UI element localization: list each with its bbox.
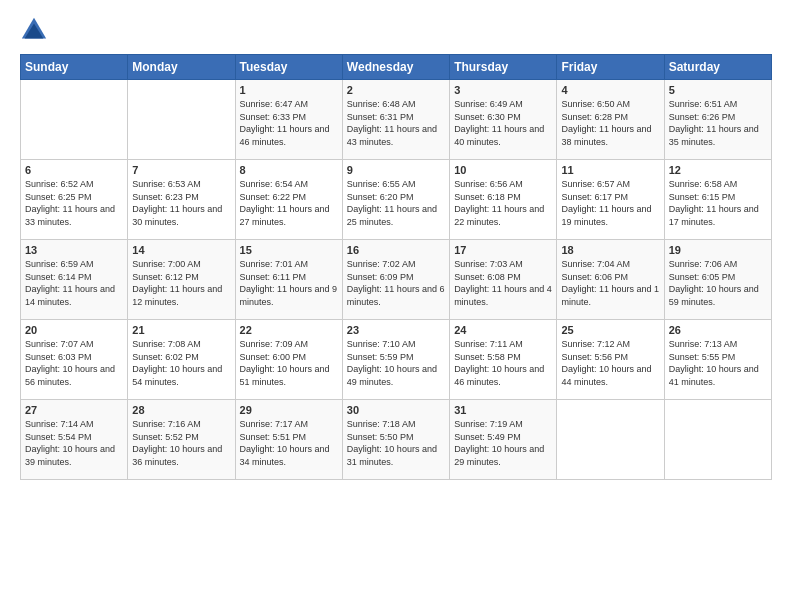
day-cell bbox=[664, 400, 771, 480]
week-row-3: 13Sunrise: 6:59 AM Sunset: 6:14 PM Dayli… bbox=[21, 240, 772, 320]
day-cell: 12Sunrise: 6:58 AM Sunset: 6:15 PM Dayli… bbox=[664, 160, 771, 240]
week-row-4: 20Sunrise: 7:07 AM Sunset: 6:03 PM Dayli… bbox=[21, 320, 772, 400]
day-number: 30 bbox=[347, 404, 445, 416]
day-number: 19 bbox=[669, 244, 767, 256]
day-number: 4 bbox=[561, 84, 659, 96]
day-info: Sunrise: 6:50 AM Sunset: 6:28 PM Dayligh… bbox=[561, 98, 659, 148]
day-info: Sunrise: 6:58 AM Sunset: 6:15 PM Dayligh… bbox=[669, 178, 767, 228]
header-cell-tuesday: Tuesday bbox=[235, 55, 342, 80]
day-cell: 31Sunrise: 7:19 AM Sunset: 5:49 PM Dayli… bbox=[450, 400, 557, 480]
day-cell bbox=[128, 80, 235, 160]
calendar-header: SundayMondayTuesdayWednesdayThursdayFrid… bbox=[21, 55, 772, 80]
day-cell: 19Sunrise: 7:06 AM Sunset: 6:05 PM Dayli… bbox=[664, 240, 771, 320]
header-cell-monday: Monday bbox=[128, 55, 235, 80]
day-info: Sunrise: 7:14 AM Sunset: 5:54 PM Dayligh… bbox=[25, 418, 123, 468]
day-number: 31 bbox=[454, 404, 552, 416]
day-info: Sunrise: 7:12 AM Sunset: 5:56 PM Dayligh… bbox=[561, 338, 659, 388]
day-cell: 10Sunrise: 6:56 AM Sunset: 6:18 PM Dayli… bbox=[450, 160, 557, 240]
day-number: 27 bbox=[25, 404, 123, 416]
day-cell: 24Sunrise: 7:11 AM Sunset: 5:58 PM Dayli… bbox=[450, 320, 557, 400]
day-cell: 11Sunrise: 6:57 AM Sunset: 6:17 PM Dayli… bbox=[557, 160, 664, 240]
logo-area bbox=[20, 16, 52, 44]
day-info: Sunrise: 6:49 AM Sunset: 6:30 PM Dayligh… bbox=[454, 98, 552, 148]
day-info: Sunrise: 6:53 AM Sunset: 6:23 PM Dayligh… bbox=[132, 178, 230, 228]
day-number: 10 bbox=[454, 164, 552, 176]
header-cell-friday: Friday bbox=[557, 55, 664, 80]
day-cell: 5Sunrise: 6:51 AM Sunset: 6:26 PM Daylig… bbox=[664, 80, 771, 160]
day-cell: 8Sunrise: 6:54 AM Sunset: 6:22 PM Daylig… bbox=[235, 160, 342, 240]
day-info: Sunrise: 7:00 AM Sunset: 6:12 PM Dayligh… bbox=[132, 258, 230, 308]
day-info: Sunrise: 7:04 AM Sunset: 6:06 PM Dayligh… bbox=[561, 258, 659, 308]
day-cell: 21Sunrise: 7:08 AM Sunset: 6:02 PM Dayli… bbox=[128, 320, 235, 400]
logo-icon bbox=[20, 16, 48, 44]
day-number: 8 bbox=[240, 164, 338, 176]
day-info: Sunrise: 6:54 AM Sunset: 6:22 PM Dayligh… bbox=[240, 178, 338, 228]
day-info: Sunrise: 6:55 AM Sunset: 6:20 PM Dayligh… bbox=[347, 178, 445, 228]
day-cell: 7Sunrise: 6:53 AM Sunset: 6:23 PM Daylig… bbox=[128, 160, 235, 240]
day-number: 9 bbox=[347, 164, 445, 176]
day-number: 20 bbox=[25, 324, 123, 336]
day-number: 18 bbox=[561, 244, 659, 256]
day-cell: 29Sunrise: 7:17 AM Sunset: 5:51 PM Dayli… bbox=[235, 400, 342, 480]
day-info: Sunrise: 7:18 AM Sunset: 5:50 PM Dayligh… bbox=[347, 418, 445, 468]
day-cell: 26Sunrise: 7:13 AM Sunset: 5:55 PM Dayli… bbox=[664, 320, 771, 400]
day-cell: 30Sunrise: 7:18 AM Sunset: 5:50 PM Dayli… bbox=[342, 400, 449, 480]
day-number: 12 bbox=[669, 164, 767, 176]
header-cell-saturday: Saturday bbox=[664, 55, 771, 80]
day-number: 28 bbox=[132, 404, 230, 416]
day-info: Sunrise: 7:17 AM Sunset: 5:51 PM Dayligh… bbox=[240, 418, 338, 468]
day-cell: 2Sunrise: 6:48 AM Sunset: 6:31 PM Daylig… bbox=[342, 80, 449, 160]
day-cell: 23Sunrise: 7:10 AM Sunset: 5:59 PM Dayli… bbox=[342, 320, 449, 400]
day-number: 14 bbox=[132, 244, 230, 256]
day-info: Sunrise: 7:06 AM Sunset: 6:05 PM Dayligh… bbox=[669, 258, 767, 308]
day-number: 6 bbox=[25, 164, 123, 176]
day-info: Sunrise: 7:01 AM Sunset: 6:11 PM Dayligh… bbox=[240, 258, 338, 308]
day-cell: 13Sunrise: 6:59 AM Sunset: 6:14 PM Dayli… bbox=[21, 240, 128, 320]
header-cell-sunday: Sunday bbox=[21, 55, 128, 80]
day-cell: 27Sunrise: 7:14 AM Sunset: 5:54 PM Dayli… bbox=[21, 400, 128, 480]
day-cell bbox=[557, 400, 664, 480]
day-number: 15 bbox=[240, 244, 338, 256]
day-cell: 18Sunrise: 7:04 AM Sunset: 6:06 PM Dayli… bbox=[557, 240, 664, 320]
day-info: Sunrise: 7:07 AM Sunset: 6:03 PM Dayligh… bbox=[25, 338, 123, 388]
day-cell: 4Sunrise: 6:50 AM Sunset: 6:28 PM Daylig… bbox=[557, 80, 664, 160]
day-info: Sunrise: 6:52 AM Sunset: 6:25 PM Dayligh… bbox=[25, 178, 123, 228]
day-number: 13 bbox=[25, 244, 123, 256]
day-info: Sunrise: 7:08 AM Sunset: 6:02 PM Dayligh… bbox=[132, 338, 230, 388]
day-info: Sunrise: 6:51 AM Sunset: 6:26 PM Dayligh… bbox=[669, 98, 767, 148]
day-number: 16 bbox=[347, 244, 445, 256]
day-number: 17 bbox=[454, 244, 552, 256]
day-number: 1 bbox=[240, 84, 338, 96]
header-cell-wednesday: Wednesday bbox=[342, 55, 449, 80]
day-cell: 22Sunrise: 7:09 AM Sunset: 6:00 PM Dayli… bbox=[235, 320, 342, 400]
day-cell: 1Sunrise: 6:47 AM Sunset: 6:33 PM Daylig… bbox=[235, 80, 342, 160]
calendar-table: SundayMondayTuesdayWednesdayThursdayFrid… bbox=[20, 54, 772, 480]
header-cell-thursday: Thursday bbox=[450, 55, 557, 80]
header-row: SundayMondayTuesdayWednesdayThursdayFrid… bbox=[21, 55, 772, 80]
day-info: Sunrise: 6:47 AM Sunset: 6:33 PM Dayligh… bbox=[240, 98, 338, 148]
day-number: 21 bbox=[132, 324, 230, 336]
day-cell: 17Sunrise: 7:03 AM Sunset: 6:08 PM Dayli… bbox=[450, 240, 557, 320]
day-info: Sunrise: 7:11 AM Sunset: 5:58 PM Dayligh… bbox=[454, 338, 552, 388]
day-number: 23 bbox=[347, 324, 445, 336]
day-info: Sunrise: 7:10 AM Sunset: 5:59 PM Dayligh… bbox=[347, 338, 445, 388]
day-number: 11 bbox=[561, 164, 659, 176]
day-number: 7 bbox=[132, 164, 230, 176]
day-info: Sunrise: 6:57 AM Sunset: 6:17 PM Dayligh… bbox=[561, 178, 659, 228]
day-number: 24 bbox=[454, 324, 552, 336]
day-info: Sunrise: 7:13 AM Sunset: 5:55 PM Dayligh… bbox=[669, 338, 767, 388]
day-number: 5 bbox=[669, 84, 767, 96]
week-row-5: 27Sunrise: 7:14 AM Sunset: 5:54 PM Dayli… bbox=[21, 400, 772, 480]
calendar-page: SundayMondayTuesdayWednesdayThursdayFrid… bbox=[0, 0, 792, 612]
day-cell: 6Sunrise: 6:52 AM Sunset: 6:25 PM Daylig… bbox=[21, 160, 128, 240]
day-number: 3 bbox=[454, 84, 552, 96]
day-info: Sunrise: 7:02 AM Sunset: 6:09 PM Dayligh… bbox=[347, 258, 445, 308]
day-number: 29 bbox=[240, 404, 338, 416]
day-cell: 14Sunrise: 7:00 AM Sunset: 6:12 PM Dayli… bbox=[128, 240, 235, 320]
day-cell bbox=[21, 80, 128, 160]
day-info: Sunrise: 7:09 AM Sunset: 6:00 PM Dayligh… bbox=[240, 338, 338, 388]
header bbox=[20, 16, 772, 44]
day-cell: 3Sunrise: 6:49 AM Sunset: 6:30 PM Daylig… bbox=[450, 80, 557, 160]
day-info: Sunrise: 7:16 AM Sunset: 5:52 PM Dayligh… bbox=[132, 418, 230, 468]
day-number: 22 bbox=[240, 324, 338, 336]
